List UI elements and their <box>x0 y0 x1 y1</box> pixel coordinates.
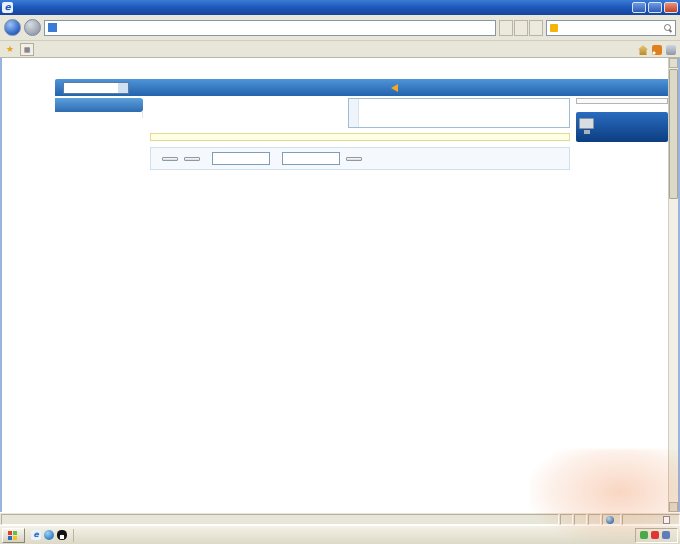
sidebar-header <box>55 98 143 112</box>
ie-logo-icon: e <box>2 2 13 13</box>
to-date-input[interactable] <box>282 152 340 165</box>
refresh-button[interactable] <box>514 20 528 36</box>
monitor-icon <box>579 118 594 129</box>
site-favicon-icon <box>48 23 57 32</box>
tip-box <box>150 133 570 141</box>
scroll-up-icon[interactable] <box>669 58 678 68</box>
sponsor-box <box>348 98 570 128</box>
msn-quicklaunch-icon[interactable] <box>44 530 54 540</box>
query-button[interactable] <box>346 157 362 161</box>
windows-flag-icon <box>8 531 17 540</box>
feeds-icon[interactable] <box>652 45 662 55</box>
scroll-down-icon[interactable] <box>669 502 678 512</box>
date-toolbar <box>150 147 570 170</box>
next-day-button[interactable] <box>184 157 200 161</box>
ie-window: e ★ ▦ <box>0 0 680 544</box>
status-cell <box>574 514 587 525</box>
status-bar <box>0 512 680 525</box>
line-chart <box>150 177 570 317</box>
qq-quicklaunch-icon[interactable] <box>57 530 67 540</box>
chevron-down-icon[interactable] <box>118 83 128 93</box>
site-select[interactable] <box>63 82 129 94</box>
close-button[interactable] <box>664 2 678 13</box>
sidebar-menu <box>55 112 143 118</box>
system-tray <box>635 528 678 543</box>
security-zone <box>602 514 621 525</box>
status-message <box>1 514 559 525</box>
main-content <box>143 98 575 327</box>
site-header <box>55 58 671 79</box>
cnzz-page <box>55 58 671 327</box>
address-toolbar <box>0 15 680 41</box>
address-dropdown-button[interactable] <box>499 20 513 36</box>
home-icon[interactable] <box>638 45 648 55</box>
favorites-star-icon: ★ <box>6 44 14 54</box>
forward-button[interactable] <box>24 19 41 36</box>
vertical-scrollbar[interactable] <box>668 58 678 512</box>
window-titlebar: e <box>0 0 680 15</box>
sponsor-ad-links <box>576 104 668 110</box>
browser-viewport <box>0 58 680 512</box>
command-bar <box>634 45 678 57</box>
quick-launch: e <box>28 529 74 542</box>
favorites-button[interactable]: ★ <box>2 42 20 56</box>
status-cell <box>560 514 573 525</box>
back-button[interactable] <box>4 19 21 36</box>
start-button[interactable] <box>2 528 25 543</box>
prev-day-button[interactable] <box>162 157 178 161</box>
search-box[interactable] <box>546 20 676 36</box>
address-bar[interactable] <box>44 20 496 36</box>
site-report-bar <box>55 79 671 96</box>
scrollbar-thumb[interactable] <box>669 69 678 199</box>
horn-icon <box>391 84 398 92</box>
from-date-input[interactable] <box>212 152 270 165</box>
sponsor-column <box>576 98 668 327</box>
taskbar: e <box>0 525 680 544</box>
tab-bar: ★ ▦ <box>0 41 680 58</box>
cnzz-ad-banner[interactable] <box>576 112 668 142</box>
page-zoom-icon <box>663 516 670 524</box>
stop-button[interactable] <box>529 20 543 36</box>
status-cell <box>588 514 601 525</box>
internet-globe-icon <box>606 516 614 524</box>
daily-visits-chart <box>150 177 570 319</box>
sponsor-strip-label <box>349 99 359 127</box>
sidebar <box>55 98 143 327</box>
bing-logo-icon <box>550 24 558 32</box>
search-icon[interactable] <box>664 24 672 32</box>
zoom-control[interactable] <box>622 514 680 525</box>
promo-banner[interactable] <box>391 84 404 92</box>
ie-quicklaunch-icon[interactable]: e <box>31 530 41 540</box>
print-icon[interactable] <box>666 45 676 55</box>
sponsor-links <box>359 99 569 127</box>
tray-icon[interactable] <box>651 531 659 539</box>
maximize-button[interactable] <box>648 2 662 13</box>
tray-icon[interactable] <box>662 531 670 539</box>
quick-tabs-button[interactable]: ▦ <box>20 43 34 56</box>
tray-icon[interactable] <box>640 531 648 539</box>
minimize-button[interactable] <box>632 2 646 13</box>
